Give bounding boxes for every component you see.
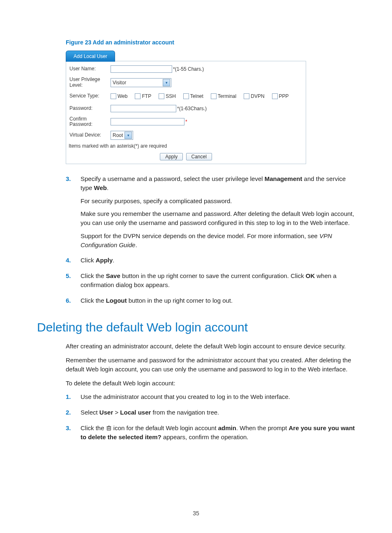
step-b1: Use the administrator account that you c… xyxy=(81,392,355,406)
paragraph: Remember the username and password for t… xyxy=(66,356,355,374)
paragraph: To delete the default Web login account: xyxy=(66,379,355,388)
chevron-down-icon: ▾ xyxy=(125,132,132,139)
step-number: 4. xyxy=(66,256,81,269)
virtual-device-select[interactable]: Root ▾ xyxy=(111,131,133,140)
cancel-button[interactable]: Cancel xyxy=(186,153,212,160)
add-local-user-panel: Add Local User User Name: *(1-55 Chars.)… xyxy=(66,50,306,164)
step-number: 2. xyxy=(66,408,81,421)
checkbox-ftp[interactable]: FTP xyxy=(135,93,151,99)
step-number: 3. xyxy=(66,174,81,253)
step-b2: Select User > Local user from the naviga… xyxy=(81,408,355,421)
heading-deleting: Deleting the default Web login account xyxy=(37,320,355,334)
label-password: Password: xyxy=(69,106,111,111)
checkbox-ssh[interactable]: SSH xyxy=(159,93,176,99)
password-input[interactable] xyxy=(111,105,176,112)
step-number: 6. xyxy=(66,296,81,309)
hint-username: *(1-55 Chars.) xyxy=(173,66,204,72)
step-3: Specify a username and a password, selec… xyxy=(81,174,355,253)
figure-caption: Figure 23 Add an administrator account xyxy=(66,39,355,46)
label-confirm: Confirm Password: xyxy=(69,116,111,128)
username-input[interactable] xyxy=(111,65,172,73)
label-username: User Name: xyxy=(69,66,111,72)
checkbox-ppp[interactable]: PPP xyxy=(272,93,289,99)
checkbox-web[interactable]: Web xyxy=(111,93,127,99)
svg-rect-5 xyxy=(108,426,110,426)
step-4: Click Apply. xyxy=(81,256,355,269)
step-number: 3. xyxy=(66,424,81,446)
paragraph: After creating an administrator account,… xyxy=(66,342,355,351)
checkbox-terminal[interactable]: Terminal xyxy=(211,93,236,99)
label-privilege: User Privilege Level: xyxy=(69,77,111,88)
step-5: Click the Save button in the up right co… xyxy=(81,271,355,294)
step-b3: Click the icon for the default Web login… xyxy=(81,424,355,446)
checkbox-telnet[interactable]: Telnet xyxy=(183,93,203,99)
step-number: 1. xyxy=(66,392,81,406)
tab-add-local-user[interactable]: Add Local User xyxy=(66,51,115,62)
label-virtual-device: Virtual Device: xyxy=(69,132,111,138)
trash-icon xyxy=(106,425,112,431)
required-note: Items marked with an asterisk(*) are req… xyxy=(66,141,306,151)
step-6: Click the Logout button in the up right … xyxy=(81,296,355,309)
apply-button[interactable]: Apply xyxy=(160,153,183,160)
chevron-down-icon: ▾ xyxy=(163,79,170,86)
hint-password: *(1-63Chars.) xyxy=(177,106,207,111)
svg-rect-4 xyxy=(106,426,111,427)
hint-confirm: * xyxy=(185,119,187,125)
privilege-select[interactable]: Visitor ▾ xyxy=(111,78,171,87)
page-number: 35 xyxy=(0,510,392,517)
label-service: Service Type: xyxy=(69,93,111,99)
checkbox-dvpn[interactable]: DVPN xyxy=(244,93,264,99)
step-number: 5. xyxy=(66,271,81,294)
confirm-password-input[interactable] xyxy=(111,118,184,125)
